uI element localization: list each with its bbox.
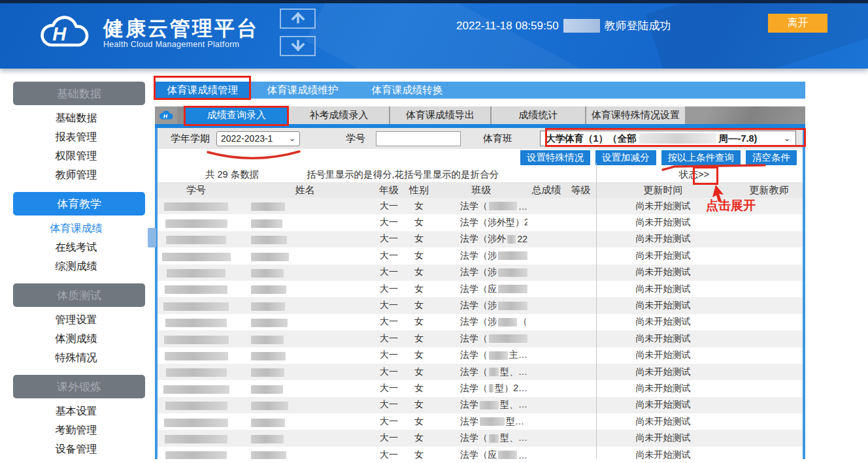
sidebar-section-0[interactable]: 基础数据 bbox=[13, 82, 145, 105]
scroll-up-button[interactable] bbox=[280, 8, 316, 29]
cell-student-id bbox=[158, 267, 235, 278]
class-text: 法学 bbox=[460, 399, 478, 411]
login-datetime: 2022-11-18 08:59:50 bbox=[456, 20, 559, 33]
class-text-tail: 型、… bbox=[500, 366, 527, 378]
redacted-student-id bbox=[165, 435, 227, 443]
cell-student-id bbox=[158, 251, 235, 261]
cell-name bbox=[235, 300, 375, 311]
redacted-student-id bbox=[164, 202, 228, 211]
table-row[interactable]: 大一女法学（涉尚未开始测试 bbox=[158, 297, 803, 313]
sidebar-item-10[interactable]: 管理设置 bbox=[0, 310, 152, 329]
table-row[interactable]: 大一女法学（涉尚未开始测试 bbox=[158, 247, 803, 264]
column-header-3: 性别 bbox=[403, 184, 435, 197]
table-row[interactable]: 大一女法学（涉（尚未开始测试 bbox=[158, 314, 803, 330]
sidebar-item-1[interactable]: 基础数据 bbox=[0, 108, 152, 127]
table-row[interactable]: 大一女法学（涉外22尚未开始测试 bbox=[158, 231, 803, 247]
cell-student-id bbox=[158, 367, 235, 377]
sidebar-item-16[interactable]: 设备管理 bbox=[0, 439, 152, 458]
table-row[interactable]: 大一女法学（型）2…尚未开始测试 bbox=[158, 380, 803, 396]
class-text: 法学（涉 bbox=[460, 250, 497, 262]
cell-name bbox=[235, 251, 375, 261]
cell-class: 法学（涉外型）2. bbox=[435, 217, 527, 229]
action-button-0[interactable]: 设置特殊情况 bbox=[520, 150, 590, 165]
action-button-1[interactable]: 设置加减分 bbox=[595, 150, 656, 165]
term-select-value: 2022-2023-1 bbox=[221, 133, 273, 144]
table-row[interactable]: 大一女法学（涉外型）2.尚未开始测试 bbox=[158, 214, 803, 231]
cell-update-time: 尚未开始测试 bbox=[596, 300, 730, 311]
sidebar-item-15[interactable]: 考勤管理 bbox=[0, 421, 152, 439]
student-id-label: 学号 bbox=[346, 133, 365, 145]
table-row[interactable]: 大一女法学（应尚未开始测试 bbox=[158, 281, 803, 297]
redacted-name bbox=[251, 319, 288, 327]
table-row[interactable]: 大一女法学（应…尚未开始测试 bbox=[158, 447, 803, 459]
svg-text:H: H bbox=[52, 24, 67, 44]
table-row[interactable]: 大一女法学（型、…尚未开始测试 bbox=[158, 430, 803, 446]
redacted-name bbox=[251, 451, 286, 459]
redacted-name bbox=[251, 352, 286, 360]
sidebar-section-5[interactable]: 体育教学 bbox=[13, 192, 145, 216]
primary-tab-1[interactable]: 体育课成绩维护 bbox=[250, 82, 355, 99]
table-row[interactable]: 大一女法学（…尚未开始测试 bbox=[158, 198, 803, 214]
secondary-tab-1[interactable]: 补考成绩录入 bbox=[288, 106, 389, 124]
sidebar-item-7[interactable]: 在线考试 bbox=[0, 238, 152, 257]
term-select[interactable]: 2022-2023-1 ⌄ bbox=[216, 131, 300, 146]
sidebar-item-2[interactable]: 报表管理 bbox=[0, 127, 152, 146]
login-status: 2022-11-18 08:59:50 教师登陆成功 bbox=[456, 18, 671, 33]
class-text: 法学（ bbox=[460, 200, 488, 212]
primary-tab-2[interactable]: 体育课成绩转换 bbox=[355, 82, 459, 99]
state-toggle[interactable]: 状态>> bbox=[679, 168, 709, 181]
cell-student-id bbox=[158, 383, 235, 394]
cell-gender: 女 bbox=[403, 333, 435, 345]
sidebar-section-13[interactable]: 课外锻炼 bbox=[13, 375, 145, 398]
vertical-scrollbar-thumb[interactable] bbox=[148, 228, 156, 247]
table-row[interactable]: 大一女法学（涉尚未开始测试 bbox=[158, 264, 803, 281]
table-row[interactable]: 大一女法学（型、…尚未开始测试 bbox=[158, 364, 803, 380]
sidebar-section-9[interactable]: 体质测试 bbox=[13, 283, 145, 307]
sidebar-item-17[interactable]: 群体转换 bbox=[0, 458, 152, 463]
app-header: H 健康云管理平台 Health Cloud Management Platfo… bbox=[0, 0, 868, 69]
redacted-student-id bbox=[165, 451, 227, 459]
table-row[interactable]: 大一女法学型、…尚未开始测试 bbox=[158, 397, 803, 413]
table-row[interactable]: 大一女法学（主…尚未开始测试 bbox=[158, 347, 803, 364]
score-hint: 括号里显示的是得分,花括号里显示的是折合分 bbox=[307, 168, 499, 181]
cell-gender: 女 bbox=[403, 283, 435, 295]
column-divider bbox=[596, 163, 597, 459]
primary-tab-0[interactable]: 体育课成绩管理 bbox=[155, 82, 250, 99]
cell-name bbox=[235, 367, 375, 377]
app-subtitle: Health Cloud Management Platform bbox=[103, 40, 259, 49]
column-header-5: 总成绩 bbox=[527, 184, 565, 197]
table-row[interactable]: 大一女法学（尚未开始测试 bbox=[158, 330, 803, 347]
action-button-3[interactable]: 清空条件 bbox=[746, 150, 797, 165]
secondary-tab-0[interactable]: 成绩查询录入 bbox=[186, 106, 288, 124]
table-row[interactable]: 大一女法学型…尚未开始测试 bbox=[158, 413, 803, 430]
secondary-tab-3[interactable]: 成绩统计 bbox=[490, 106, 585, 124]
cell-student-id bbox=[158, 433, 235, 443]
class-text: 法学（ bbox=[460, 349, 488, 361]
sidebar-item-8[interactable]: 综测成绩 bbox=[0, 257, 152, 276]
class-text: 法学（涉外型）2 bbox=[460, 217, 527, 229]
redacted-student-id bbox=[165, 319, 227, 327]
class-text: 法学（涉外 bbox=[460, 233, 506, 245]
action-button-2[interactable]: 按以上条件查询 bbox=[661, 150, 741, 165]
student-id-input[interactable] bbox=[376, 131, 461, 146]
sidebar-item-12[interactable]: 特殊情况 bbox=[0, 348, 152, 367]
sidebar-item-11[interactable]: 体测成绩 bbox=[0, 329, 152, 348]
content-panel: 学年学期 2022-2023-1 ⌄ 学号 体育班 大学体育（1）（全部 周—-… bbox=[155, 128, 805, 459]
cell-class: 法学（涉 bbox=[435, 266, 527, 278]
sport-class-select[interactable]: 大学体育（1）（全部 周—-7.8) ⌄ bbox=[540, 131, 796, 146]
redacted-class bbox=[489, 202, 517, 210]
cell-gender: 女 bbox=[403, 300, 435, 311]
scroll-down-button[interactable] bbox=[280, 36, 316, 56]
cloud-logo-icon: H bbox=[34, 12, 94, 55]
leave-button[interactable]: 离开 bbox=[768, 14, 827, 33]
cell-student-id bbox=[158, 234, 235, 244]
secondary-tab-4[interactable]: 体育课特殊情况设置 bbox=[585, 106, 685, 124]
sidebar-item-4[interactable]: 教师管理 bbox=[0, 165, 152, 184]
sidebar-item-6[interactable]: 体育课成绩 bbox=[0, 219, 152, 238]
sidebar-item-14[interactable]: 基本设置 bbox=[0, 402, 152, 421]
cell-class: 法学（型、… bbox=[435, 366, 527, 378]
cell-gender: 女 bbox=[403, 316, 435, 328]
class-text: 法学 bbox=[460, 416, 478, 428]
secondary-tab-2[interactable]: 体育课成绩导出 bbox=[389, 106, 490, 124]
sidebar-item-3[interactable]: 权限管理 bbox=[0, 146, 152, 165]
